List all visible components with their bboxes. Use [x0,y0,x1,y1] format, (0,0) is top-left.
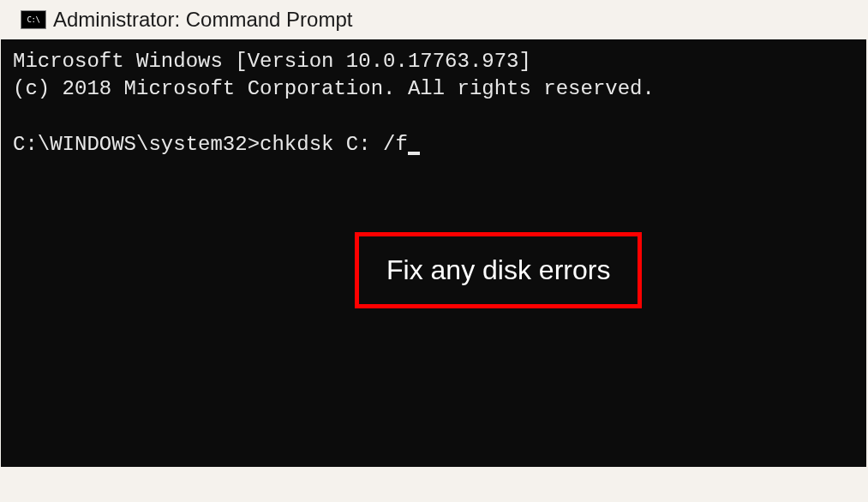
annotation-callout: Fix any disk errors [355,232,642,308]
cmd-icon: C:\ [21,10,46,29]
terminal-output-line: (c) 2018 Microsoft Corporation. All righ… [13,75,854,103]
terminal-area[interactable]: Microsoft Windows [Version 10.0.17763.97… [1,39,866,467]
terminal-output-line: Microsoft Windows [Version 10.0.17763.97… [13,48,854,75]
terminal-prompt-line: C:\WINDOWS\system32>chkdsk C: /f [13,131,854,158]
terminal-command[interactable]: chkdsk C: /f [260,133,408,156]
window-titlebar[interactable]: C:\ Administrator: Command Prompt [0,0,868,39]
bottom-margin [0,467,868,502]
terminal-prompt: C:\WINDOWS\system32> [13,133,260,156]
terminal-cursor [408,152,420,155]
annotation-text: Fix any disk errors [386,254,610,285]
window-title: Administrator: Command Prompt [53,8,352,32]
